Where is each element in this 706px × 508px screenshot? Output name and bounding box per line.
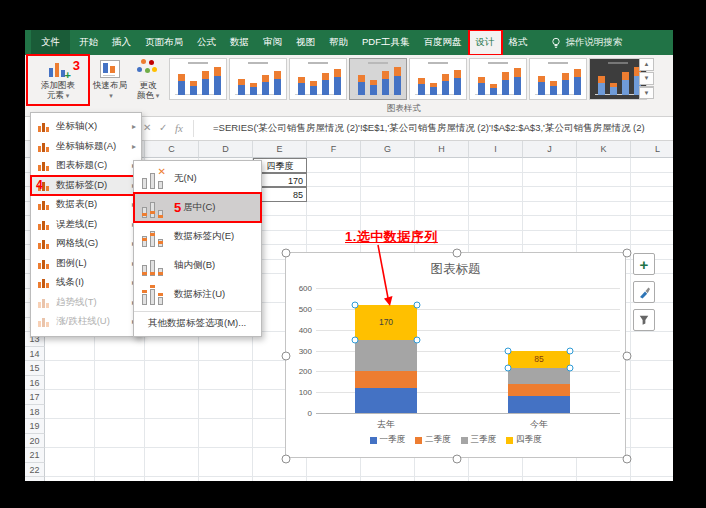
chart-frame-handle[interactable] (452, 455, 461, 464)
menu-item-5[interactable]: 数据表(B)▸ (31, 195, 141, 215)
chart-style-thumbnail-5[interactable] (409, 58, 467, 100)
label-mark (150, 211, 155, 214)
chart-frame-handle[interactable] (623, 249, 632, 258)
column-header-K[interactable]: K (577, 141, 631, 158)
chart-frame-handle[interactable] (282, 455, 291, 464)
bar-segment-一季度-去年[interactable] (355, 388, 417, 413)
chart-area[interactable]: 图表标题 0100200300400500600170去年85今年 一季度二季度… (285, 252, 626, 458)
row-header-23[interactable]: 23 (25, 477, 45, 481)
menu-item-3[interactable]: 图表标题(C)▸ (31, 156, 141, 176)
submenu-item-2[interactable]: 5居中(C) (134, 193, 261, 222)
row-header-14[interactable]: 14 (25, 347, 45, 362)
menu-item-8[interactable]: 图例(L)▸ (31, 254, 141, 274)
row-header-21[interactable]: 21 (25, 448, 45, 463)
submenu-item-5[interactable]: 数据标注(U) (134, 280, 261, 309)
gallery-scroll-up-button[interactable]: ▲ (639, 58, 654, 71)
gridline (316, 288, 620, 289)
chart-filter-button[interactable] (633, 309, 655, 331)
row-header-17[interactable]: 17 (25, 390, 45, 405)
search-label: 操作说明搜索 (566, 36, 623, 49)
chart-frame-handle[interactable] (452, 249, 461, 258)
legend-entry-一季度[interactable]: 一季度 (370, 434, 406, 446)
ribbon-tab-9[interactable]: 帮助 (322, 30, 355, 55)
ribbon-tab-3[interactable]: 插入 (105, 30, 138, 55)
menu-item-9[interactable]: 线条(I)▸ (31, 273, 141, 293)
bar-segment-二季度-今年[interactable] (508, 384, 570, 397)
ribbon-tab-11[interactable]: 百度网盘 (417, 30, 469, 55)
ribbon-tab-13[interactable]: 格式 (502, 30, 535, 55)
legend-entry-四季度[interactable]: 四季度 (506, 434, 542, 446)
chart-add-element-button[interactable]: + (633, 253, 655, 275)
submenu-item-3[interactable]: 数据标签内(E) (134, 222, 261, 251)
menu-item-7[interactable]: 网格线(G)▸ (31, 234, 141, 254)
column-header-E[interactable]: E (253, 141, 307, 158)
column-header-I[interactable]: I (469, 141, 523, 158)
ribbon-tab-1[interactable]: 文件 (31, 30, 70, 55)
submenu-item-1[interactable]: ✕无(N) (134, 164, 261, 193)
ribbon-tab-8[interactable]: 视图 (289, 30, 322, 55)
chart-style-gallery (169, 58, 647, 102)
bar-segment-二季度-去年[interactable] (355, 371, 417, 388)
chart-frame-handle[interactable] (623, 455, 632, 464)
column-header-D[interactable]: D (199, 141, 253, 158)
column-header-H[interactable]: H (415, 141, 469, 158)
row-header-15[interactable]: 15 (25, 361, 45, 376)
chart-frame-handle[interactable] (623, 352, 632, 361)
chart-style-thumbnail-2[interactable] (229, 58, 287, 100)
quick-layout-button[interactable]: 快速布局 (91, 57, 129, 103)
ribbon-tab-10[interactable]: PDF工具集 (355, 30, 417, 55)
row-header-19[interactable]: 19 (25, 419, 45, 434)
chart-style-button[interactable] (633, 281, 655, 303)
tell-me-search[interactable]: 操作说明搜索 (551, 30, 623, 55)
row-header-16[interactable]: 16 (25, 376, 45, 391)
row-header-20[interactable]: 20 (25, 434, 45, 449)
menu-item-4[interactable]: 数据标签(D)▸4 (31, 176, 141, 196)
menu-item-6[interactable]: 误差线(E)▸ (31, 215, 141, 235)
data-label: 85 (508, 354, 570, 364)
column-header-F[interactable]: F (307, 141, 361, 158)
column-header-G[interactable]: G (361, 141, 415, 158)
column-header-L[interactable]: L (631, 141, 673, 158)
chart-frame-handle[interactable] (282, 352, 291, 361)
menu-item-2[interactable]: 坐标轴标题(A)▸ (31, 137, 141, 157)
more-data-label-options[interactable]: 其他数据标签选项(M)... (134, 311, 261, 333)
thumb-bar (418, 84, 425, 95)
chart-style-thumbnail-6[interactable] (469, 58, 527, 100)
gallery-expand-button[interactable]: ▼ (639, 86, 654, 99)
chart-style-thumbnail-4[interactable] (349, 58, 407, 100)
formula-text[interactable]: =SERIES('某公司销售房屋情况 (2)'!$E$1,'某公司销售房屋情况 … (213, 122, 669, 135)
row-header-18[interactable]: 18 (25, 405, 45, 420)
column-header-C[interactable]: C (145, 141, 199, 158)
column-header-J[interactable]: J (523, 141, 577, 158)
ribbon-tab-4[interactable]: 页面布局 (138, 30, 190, 55)
ribbon-tab-6[interactable]: 数据 (223, 30, 256, 55)
menu-item-1[interactable]: 坐标轴(X)▸ (31, 117, 141, 137)
ribbon-tab-7[interactable]: 审阅 (256, 30, 289, 55)
ribbon-tab-5[interactable]: 公式 (190, 30, 223, 55)
chart-frame-handle[interactable] (282, 249, 291, 258)
ribbon-tab-12[interactable]: 设计2 (469, 30, 502, 55)
menu-item-label: 网格线(G) (56, 237, 98, 250)
chart-style-thumbnail-7[interactable] (529, 58, 587, 100)
chart-style-thumbnail-1[interactable] (169, 58, 227, 100)
thumb-bar (502, 72, 509, 80)
enter-icon[interactable]: ✓ (159, 122, 167, 133)
submenu-item-4[interactable]: 轴内侧(B) (134, 251, 261, 280)
bar-segment-一季度-今年[interactable] (508, 396, 570, 413)
change-colors-button[interactable]: 更改 颜色 (131, 57, 165, 103)
chart-style-thumbnail-3[interactable] (289, 58, 347, 100)
legend-entry-二季度[interactable]: 二季度 (415, 434, 451, 446)
cancel-icon[interactable]: ✕ (143, 122, 151, 133)
bar-segment-三季度-去年[interactable] (355, 340, 417, 371)
bar-segment-三季度-今年[interactable] (508, 368, 570, 384)
legend-label: 三季度 (471, 434, 497, 446)
chart-legend[interactable]: 一季度二季度三季度四季度 (286, 434, 625, 446)
insert-function-icon[interactable]: fx (175, 122, 183, 134)
ribbon-tab-2[interactable]: 开始 (72, 30, 105, 55)
add-chart-element-button[interactable]: 3 + 添加图表 元素 (29, 57, 87, 103)
gallery-scroll-down-button[interactable]: ▼ (639, 72, 654, 85)
row-header-22[interactable]: 22 (25, 463, 45, 478)
legend-entry-三季度[interactable]: 三季度 (461, 434, 497, 446)
label-position-icon-center (140, 197, 166, 219)
chart-title[interactable]: 图表标题 (286, 261, 625, 278)
